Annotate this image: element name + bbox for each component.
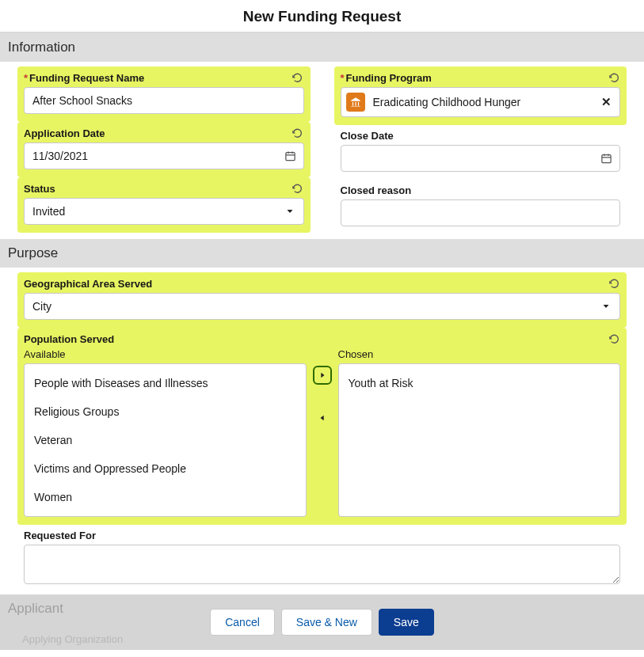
label-funding-program: *Funding Program — [341, 72, 432, 84]
application-date-input[interactable] — [24, 142, 304, 169]
chosen-listbox[interactable]: Youth at Risk — [338, 363, 621, 517]
field-funding-program: *Funding Program Eradicating Childhood H… — [334, 66, 627, 125]
list-item[interactable]: Victims and Oppressed People — [25, 454, 306, 483]
label-applicant-sub: Applying Organization — [22, 633, 123, 645]
label-geo-area: Geographical Area Served — [24, 278, 152, 290]
label-closed-reason: Closed reason — [341, 184, 412, 196]
undo-icon[interactable] — [608, 71, 620, 84]
field-status: Status Invited — [17, 177, 311, 233]
close-icon[interactable]: ✕ — [598, 95, 615, 109]
list-item[interactable]: Youth at Risk — [339, 369, 620, 397]
list-item[interactable]: Religious Groups — [25, 397, 306, 426]
footer-bar: Applicant Applying Organization Cancel S… — [0, 594, 644, 650]
section-header-applicant: Applicant — [8, 601, 63, 617]
field-funding-request-name: *Funding Request Name — [17, 66, 311, 122]
undo-icon[interactable] — [608, 277, 620, 290]
field-geo-area: Geographical Area Served City — [17, 272, 627, 328]
section-header-purpose: Purpose — [0, 239, 644, 268]
label-status: Status — [24, 183, 55, 195]
undo-icon[interactable] — [608, 332, 620, 345]
chosen-label: Chosen — [338, 348, 621, 360]
list-item[interactable]: Veteran — [25, 426, 306, 454]
move-left-button[interactable] — [313, 408, 332, 427]
label-population-served: Population Served — [24, 333, 114, 345]
save-and-new-button[interactable]: Save & New — [281, 609, 372, 636]
label-close-date: Close Date — [341, 130, 394, 142]
institution-icon — [346, 93, 365, 112]
label-funding-request-name: *Funding Request Name — [24, 72, 144, 84]
field-population-served: Population Served Available People with … — [17, 328, 627, 525]
close-date-input[interactable] — [341, 145, 621, 172]
section-header-information: Information — [0, 33, 644, 62]
field-closed-reason: Closed reason — [334, 180, 627, 234]
label-requested-for: Requested For — [24, 530, 96, 541]
list-item[interactable]: Women — [25, 483, 306, 511]
available-listbox[interactable]: People with Diseases and IllnessesReligi… — [24, 363, 307, 517]
field-requested-for: Requested For — [17, 525, 627, 594]
page-title: New Funding Request — [0, 0, 644, 32]
field-close-date: Close Date — [334, 125, 627, 180]
funding-program-value: Eradicating Childhood Hunger — [373, 96, 591, 108]
cancel-button[interactable]: Cancel — [210, 609, 275, 636]
label-application-date: Application Date — [24, 127, 105, 139]
available-label: Available — [24, 348, 307, 360]
list-item[interactable]: People with Diseases and Illnesses — [25, 369, 306, 397]
save-button[interactable]: Save — [379, 609, 434, 636]
field-application-date: Application Date — [17, 122, 311, 177]
undo-icon[interactable] — [292, 71, 304, 84]
move-right-button[interactable] — [313, 366, 332, 385]
undo-icon[interactable] — [292, 182, 304, 195]
funding-request-name-input[interactable] — [24, 87, 304, 114]
closed-reason-input[interactable] — [341, 199, 621, 226]
requested-for-textarea[interactable] — [24, 545, 620, 584]
status-select[interactable]: Invited — [24, 198, 304, 225]
funding-program-lookup[interactable]: Eradicating Childhood Hunger ✕ — [341, 87, 621, 117]
geo-area-select[interactable]: City — [24, 293, 620, 320]
undo-icon[interactable] — [292, 127, 304, 139]
